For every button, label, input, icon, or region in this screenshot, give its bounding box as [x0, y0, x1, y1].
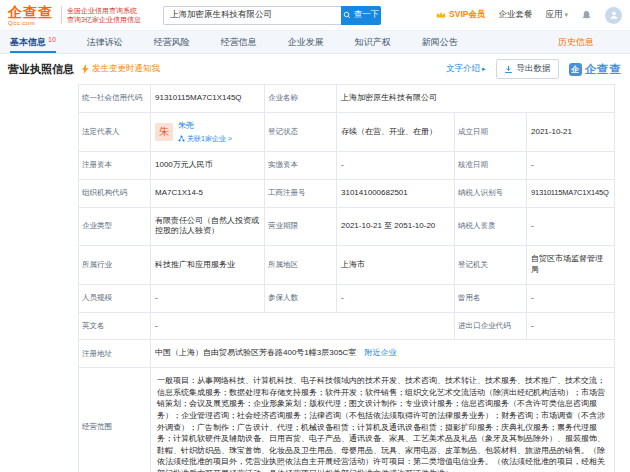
- crown-icon: [436, 11, 446, 19]
- table-row: 注册地址 中国（上海）自由贸易试验区芳春路400号1幢3层305C室 附近企业: [79, 340, 615, 368]
- tab-company-development-label: 企业发展: [288, 36, 324, 49]
- business-license-table: 统一社会信用代码 91310115MA7C1X145Q 企业名称 上海加密原生科…: [78, 84, 615, 472]
- table-row: 组织机构代码 MA7C1X14-5 工商注册号 310141000682501 …: [79, 179, 615, 207]
- tab-intellectual-property-label: 知识产权: [355, 36, 391, 49]
- address-label: 注册地址: [79, 340, 151, 368]
- authority-label: 登记机关: [455, 246, 527, 285]
- apps-label: 应用: [545, 9, 562, 21]
- qcc-slogan: 全国企业信用查询系统 查询3亿家企业信用信息: [61, 6, 141, 24]
- export-data-button[interactable]: 导出数据: [496, 59, 559, 79]
- package-label: 企业套餐: [498, 9, 532, 21]
- import-export-code-value: -: [527, 312, 615, 340]
- legal-rep-avatar[interactable]: 朱: [155, 123, 173, 141]
- reg-no-value: 310141000682501: [337, 179, 455, 207]
- org-code-label: 组织机构代码: [79, 179, 151, 207]
- apps-link[interactable]: 应用 ▾: [545, 9, 568, 21]
- avatar[interactable]: [605, 7, 622, 24]
- svip-label: SVIP会员: [449, 9, 485, 21]
- paid-capital-label: 实缴资本: [265, 152, 337, 180]
- qcc-logo-text: 企查查: [8, 5, 53, 19]
- company-name-value: 上海加密原生科技有限公司: [337, 85, 615, 113]
- former-name-label: 曾用名: [455, 284, 527, 312]
- tab-legal-litigation-label: 法律诉讼: [87, 36, 123, 49]
- staff-size-value: -: [151, 284, 265, 312]
- authority-value: 自贸区市场监督管理局: [527, 246, 615, 285]
- tab-operation-risk[interactable]: 经营风险: [154, 31, 190, 53]
- package-link[interactable]: 企业套餐: [498, 9, 532, 21]
- qcc-logo[interactable]: 企查查 Qcc.com: [8, 5, 53, 26]
- search-input[interactable]: [163, 6, 341, 25]
- slogan-line-1: 全国企业信用查询系统: [67, 6, 141, 15]
- paid-capital-value: -: [337, 152, 455, 180]
- import-export-code-label: 进出口企业代码: [455, 312, 527, 340]
- text-intro-label: 文字介绍: [446, 63, 480, 75]
- company-name-label: 企业名称: [265, 85, 337, 113]
- taxpayer-no-value: 91310115MA7C1X145Q: [527, 179, 615, 207]
- industry-value: 科技推广和应用服务业: [151, 246, 265, 285]
- english-name-value: -: [151, 312, 455, 340]
- tab-news-announcements[interactable]: 新闻公告: [422, 31, 458, 53]
- est-date-value: 2021-10-21: [527, 112, 615, 151]
- related-companies-link[interactable]: 关联1家企业 >: [178, 134, 232, 143]
- qcc-watermark-icon: 企: [569, 63, 582, 76]
- toggle-right-icon: ▸: [482, 65, 486, 73]
- tab-history-info-label: 历史信息: [558, 36, 594, 49]
- change-notify-link[interactable]: 发生变更时通知我: [82, 63, 160, 75]
- text-intro-link[interactable]: 文字介绍 ▸: [446, 63, 486, 75]
- approval-date-value: -: [527, 152, 615, 180]
- insured-count-label: 参保人数: [265, 284, 337, 312]
- license-section-header: 营业执照信息 发生变更时通知我 文字介绍 ▸ 导出数据 企 企查查: [0, 54, 630, 84]
- tab-basic-info[interactable]: 基本信息10: [10, 31, 56, 53]
- company-type-value: 有限责任公司（自然人投资或控股的法人独资）: [151, 207, 265, 246]
- address-cell: 中国（上海）自由贸易试验区芳春路400号1幢3层305C室 附近企业: [151, 340, 615, 368]
- related-companies-label: 关联1家企业 >: [187, 134, 232, 143]
- address-value: 中国（上海）自由贸易试验区芳春路400号1幢3层305C室: [155, 348, 356, 357]
- search-button[interactable]: 查一下: [341, 6, 381, 25]
- reg-status-label: 登记状态: [265, 112, 337, 151]
- topbar-right: SVIP会员 企业套餐 应用 ▾: [436, 7, 622, 24]
- nearby-companies-link[interactable]: 附近企业: [365, 348, 397, 357]
- tab-operation-info[interactable]: 经营信息: [221, 31, 257, 53]
- table-row: 企业类型 有限责任公司（自然人投资或控股的法人独资） 营业期限 2021-10-…: [79, 207, 615, 246]
- slogan-line-2: 查询3亿家企业信用信息: [67, 15, 141, 24]
- business-term-label: 营业期限: [265, 207, 337, 246]
- tab-history-info[interactable]: 历史信息: [558, 31, 594, 53]
- region-value: 上海市: [337, 246, 455, 285]
- credit-code-label: 统一社会信用代码: [79, 85, 151, 113]
- tab-basic-info-label: 基本信息: [10, 36, 46, 49]
- tab-operation-info-label: 经营信息: [221, 36, 257, 49]
- legal-rep-label: 法定代表人: [79, 112, 151, 151]
- bell-icon[interactable]: [581, 10, 592, 21]
- table-row: 统一社会信用代码 91310115MA7C1X145Q 企业名称 上海加密原生科…: [79, 85, 615, 113]
- taxpayer-no-label: 纳税人识别号: [455, 179, 527, 207]
- tab-company-development[interactable]: 企业发展: [288, 31, 324, 53]
- table-row: 注册资本 1000万元人民币 实缴资本 - 核准日期 -: [79, 152, 615, 180]
- reg-status-value: 存续（在营、开业、在册）: [337, 112, 455, 151]
- legal-rep-block: 朱 朱尧 关联1家企业 >: [155, 121, 260, 143]
- table-row: 英文名 - 进出口企业代码 -: [79, 312, 615, 340]
- legal-rep-name-link[interactable]: 朱尧: [178, 121, 232, 132]
- search-button-label: 查一下: [354, 9, 380, 21]
- est-date-label: 成立日期: [455, 112, 527, 151]
- tab-intellectual-property[interactable]: 知识产权: [355, 31, 391, 53]
- download-icon: [504, 65, 513, 74]
- legal-rep-info: 朱尧 关联1家企业 >: [178, 121, 232, 143]
- reg-capital-value: 1000万元人民币: [151, 152, 265, 180]
- svip-link[interactable]: SVIP会员: [436, 9, 485, 21]
- taxpayer-quality-value: -: [527, 207, 615, 246]
- qcc-watermark-label: 企查查: [585, 62, 623, 77]
- table-row: 所属行业 科技推广和应用服务业 所属地区 上海市 登记机关 自贸区市场监督管理局: [79, 246, 615, 285]
- chevron-down-icon: ▾: [564, 11, 568, 19]
- qcc-logo-domain: Qcc.com: [8, 20, 53, 26]
- tab-legal-litigation[interactable]: 法律诉讼: [87, 31, 123, 53]
- approval-date-label: 核准日期: [455, 152, 527, 180]
- lightning-icon: [82, 64, 89, 74]
- table-row: 法定代表人 朱 朱尧 关联1家企业 > 登记状态 存续（在营、开业、在册） 成立…: [79, 112, 615, 151]
- legal-rep-cell: 朱 朱尧 关联1家企业 >: [151, 112, 265, 151]
- related-companies-icon: [178, 135, 185, 142]
- reg-no-label: 工商注册号: [265, 179, 337, 207]
- tab-operation-risk-label: 经营风险: [154, 36, 190, 49]
- export-data-label: 导出数据: [517, 63, 551, 75]
- section-title: 营业执照信息: [8, 62, 74, 77]
- insured-count-value: -: [337, 284, 455, 312]
